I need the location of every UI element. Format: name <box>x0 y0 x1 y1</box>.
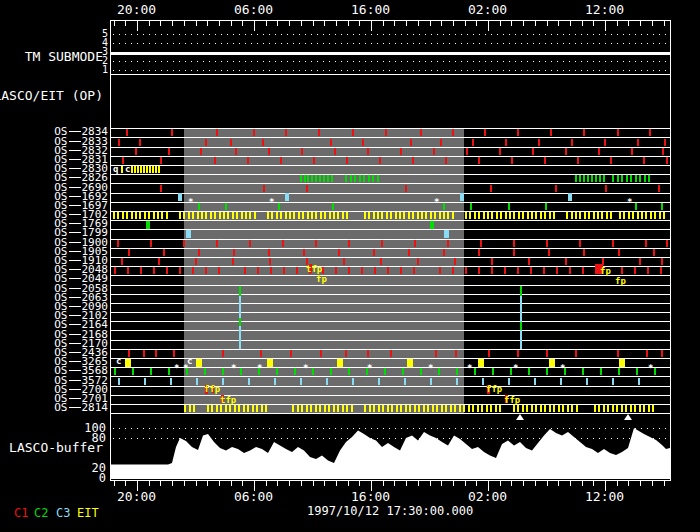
legend-item-c2: C2 <box>34 507 48 519</box>
lasco-planning-screen: TM SUBMODE LASCO/EIT (OP) LASCO-buffer 1… <box>0 0 700 532</box>
legend-item-eit: EIT <box>77 507 99 519</box>
buffer-area-chart <box>0 0 700 532</box>
grid-line <box>110 480 671 481</box>
legend-item-c3: C3 <box>56 507 70 519</box>
legend-item-c1: C1 <box>14 507 28 519</box>
